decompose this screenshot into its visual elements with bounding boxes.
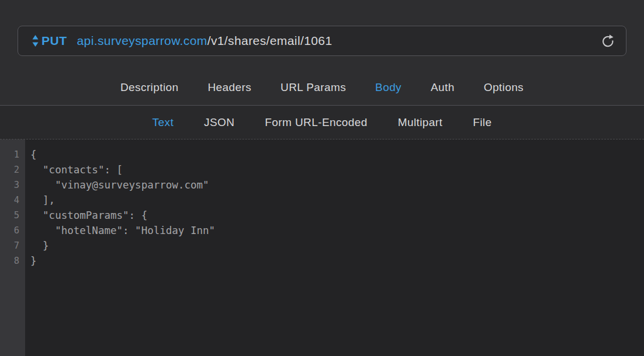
request-url-bar[interactable]: PUT api.surveysparrow.com/v1/shares/emai… — [18, 26, 626, 56]
code-line[interactable]: { — [30, 147, 644, 162]
request-header: PUT api.surveysparrow.com/v1/shares/emai… — [0, 0, 644, 106]
subtab-multipart[interactable]: Multipart — [398, 116, 442, 129]
url-host: api.surveysparrow.com — [77, 34, 207, 47]
code-line[interactable]: } — [30, 253, 644, 268]
subtab-file[interactable]: File — [473, 116, 491, 129]
line-number: 2 — [0, 162, 19, 177]
line-number: 4 — [0, 193, 19, 208]
code-line[interactable]: ], — [30, 193, 644, 208]
code-line[interactable]: "hotelName": "Holiday Inn" — [30, 223, 644, 238]
api-client-window: PUT api.surveysparrow.com/v1/shares/emai… — [0, 0, 644, 356]
tab-url-params[interactable]: URL Params — [281, 81, 346, 94]
up-down-stepper-icon — [32, 34, 39, 47]
line-number: 1 — [0, 147, 19, 162]
url-input[interactable]: api.surveysparrow.com/v1/shares/email/10… — [77, 34, 333, 48]
line-number: 5 — [0, 208, 19, 223]
line-number: 3 — [0, 177, 19, 193]
body-type-tab-bar: Text JSON Form URL-Encoded Multipart Fil… — [0, 106, 644, 139]
tab-auth[interactable]: Auth — [431, 81, 455, 94]
subtab-text[interactable]: Text — [153, 116, 174, 129]
line-number-gutter: 1 2 3 4 5 6 7 8 — [0, 139, 25, 356]
subtab-json[interactable]: JSON — [204, 116, 234, 129]
body-text-editor[interactable]: 1 2 3 4 5 6 7 8 { "contacts": [ "vinay@s… — [0, 139, 644, 356]
reload-icon — [600, 33, 616, 49]
line-number: 6 — [0, 223, 19, 238]
method-label[interactable]: PUT — [41, 34, 67, 48]
line-number: 7 — [0, 238, 19, 253]
url-path: /v1/shares/email/1061 — [207, 34, 333, 47]
request-tab-bar: Description Headers URL Params Body Auth… — [0, 81, 644, 94]
code-area[interactable]: { "contacts": [ "vinay@surveysparrow.com… — [25, 139, 644, 356]
tab-body[interactable]: Body — [375, 81, 401, 94]
tab-options[interactable]: Options — [484, 81, 524, 94]
code-line[interactable]: "vinay@surveysparrow.com" — [30, 177, 644, 193]
line-number: 8 — [0, 253, 19, 268]
code-line[interactable]: } — [30, 238, 644, 253]
tab-headers[interactable]: Headers — [207, 81, 251, 94]
method-selector[interactable] — [32, 34, 39, 47]
send-reload-button[interactable] — [599, 32, 617, 50]
subtab-form-url-encoded[interactable]: Form URL-Encoded — [265, 116, 367, 129]
tab-description[interactable]: Description — [120, 81, 178, 94]
code-line[interactable]: "contacts": [ — [30, 162, 644, 177]
code-line[interactable]: "customParams": { — [30, 208, 644, 223]
